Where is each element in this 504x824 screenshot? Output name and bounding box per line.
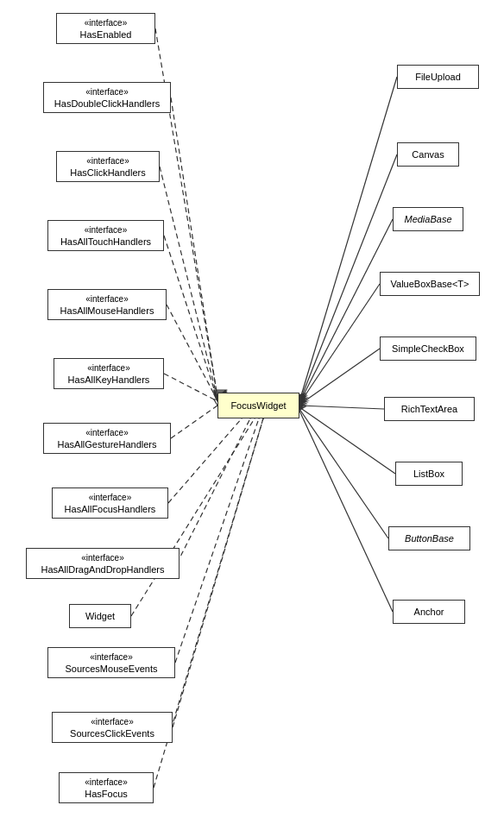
name-has-double-click: HasDoubleClickHandlers bbox=[51, 97, 163, 110]
name-sources-mouse: SourcesMouseEvents bbox=[55, 663, 167, 675]
name-list-box: ListBox bbox=[413, 468, 444, 480]
name-sources-click: SourcesClickEvents bbox=[60, 727, 165, 739]
svg-line-32 bbox=[168, 418, 242, 503]
name-simple-check-box: SimpleCheckBox bbox=[392, 343, 464, 355]
stereotype-has-drag: «interface» bbox=[34, 552, 172, 563]
node-has-double-click-handlers: «interface» HasDoubleClickHandlers bbox=[43, 82, 171, 113]
stereotype-has-focus: «interface» bbox=[66, 777, 146, 788]
node-widget: Widget bbox=[69, 604, 131, 628]
svg-line-16 bbox=[299, 411, 393, 612]
node-has-focus: «interface» HasFocus bbox=[59, 772, 154, 803]
name-has-mouse: HasAllMouseHandlers bbox=[55, 305, 159, 317]
node-has-all-focus-handlers: «interface» HasAllFocusHandlers bbox=[52, 487, 168, 519]
svg-line-8 bbox=[299, 349, 380, 405]
node-has-all-mouse-handlers: «interface» HasAllMouseHandlers bbox=[47, 289, 167, 320]
node-has-all-gesture-handlers: «interface» HasAllGestureHandlers bbox=[43, 423, 171, 454]
stereotype-has-touch: «interface» bbox=[55, 224, 156, 236]
diagram-container: «interface» HasEnabled «interface» HasDo… bbox=[0, 0, 504, 824]
name-value-box-base: ValueBoxBase<T> bbox=[391, 278, 469, 290]
stereotype-has-focus-h: «interface» bbox=[60, 492, 161, 503]
node-value-box-base: ValueBoxBase<T> bbox=[380, 272, 480, 296]
name-focus-widget: FocusWidget bbox=[230, 399, 286, 412]
node-sources-click-events: «interface» SourcesClickEvents bbox=[52, 712, 173, 743]
svg-line-24 bbox=[164, 236, 217, 399]
node-button-base: ButtonBase bbox=[388, 526, 470, 550]
node-canvas: Canvas bbox=[397, 142, 459, 167]
stereotype-has-click: «interface» bbox=[64, 155, 152, 167]
node-file-upload: FileUpload bbox=[397, 65, 479, 89]
name-file-upload: FileUpload bbox=[415, 71, 461, 83]
stereotype-has-key: «interface» bbox=[61, 362, 156, 374]
node-anchor: Anchor bbox=[393, 600, 465, 624]
stereotype-sources-mouse: «interface» bbox=[55, 651, 167, 663]
name-has-focus: HasFocus bbox=[66, 788, 146, 800]
stereotype-has-gesture: «interface» bbox=[51, 427, 163, 438]
svg-line-22 bbox=[160, 167, 217, 399]
name-has-focus-h: HasAllFocusHandlers bbox=[60, 503, 161, 515]
name-has-touch: HasAllTouchHandlers bbox=[55, 236, 156, 248]
stereotype-has-mouse: «interface» bbox=[55, 293, 159, 305]
stereotype-has-double-click: «interface» bbox=[51, 86, 163, 97]
node-rich-text-area: RichTextArea bbox=[384, 397, 475, 421]
svg-line-14 bbox=[299, 409, 388, 538]
stereotype-has-enabled: «interface» bbox=[64, 17, 148, 28]
name-button-base: ButtonBase bbox=[405, 532, 454, 544]
svg-line-10 bbox=[299, 406, 384, 409]
name-has-click: HasClickHandlers bbox=[64, 167, 152, 179]
svg-line-34 bbox=[177, 418, 250, 563]
node-media-base: MediaBase bbox=[393, 207, 463, 231]
name-has-gesture: HasAllGestureHandlers bbox=[51, 438, 163, 450]
svg-line-30 bbox=[171, 406, 217, 438]
node-simple-check-box: SimpleCheckBox bbox=[380, 337, 476, 361]
svg-line-38 bbox=[175, 418, 259, 663]
node-has-all-key-handlers: «interface» HasAllKeyHandlers bbox=[54, 358, 164, 389]
svg-line-6 bbox=[299, 284, 380, 404]
name-media-base: MediaBase bbox=[404, 213, 451, 225]
name-has-enabled: HasEnabled bbox=[64, 28, 148, 41]
name-canvas: Canvas bbox=[412, 148, 444, 160]
stereotype-sources-click: «interface» bbox=[60, 716, 165, 727]
node-has-all-drag-drop-handlers: «interface» HasAllDragAndDropHandlers bbox=[26, 548, 180, 579]
name-has-drag: HasAllDragAndDropHandlers bbox=[34, 563, 172, 576]
name-anchor: Anchor bbox=[414, 606, 444, 618]
svg-line-28 bbox=[164, 374, 217, 401]
name-has-key: HasAllKeyHandlers bbox=[61, 374, 156, 386]
node-has-click-handlers: «interface» HasClickHandlers bbox=[56, 151, 160, 182]
node-has-all-touch-handlers: «interface» HasAllTouchHandlers bbox=[47, 220, 164, 251]
node-has-enabled: «interface» HasEnabled bbox=[56, 13, 155, 44]
name-rich-text-area: RichTextArea bbox=[401, 403, 457, 415]
node-list-box: ListBox bbox=[395, 462, 463, 486]
name-widget: Widget bbox=[85, 610, 115, 622]
node-focus-widget: FocusWidget bbox=[217, 393, 299, 418]
node-sources-mouse-events: «interface» SourcesMouseEvents bbox=[47, 647, 175, 678]
